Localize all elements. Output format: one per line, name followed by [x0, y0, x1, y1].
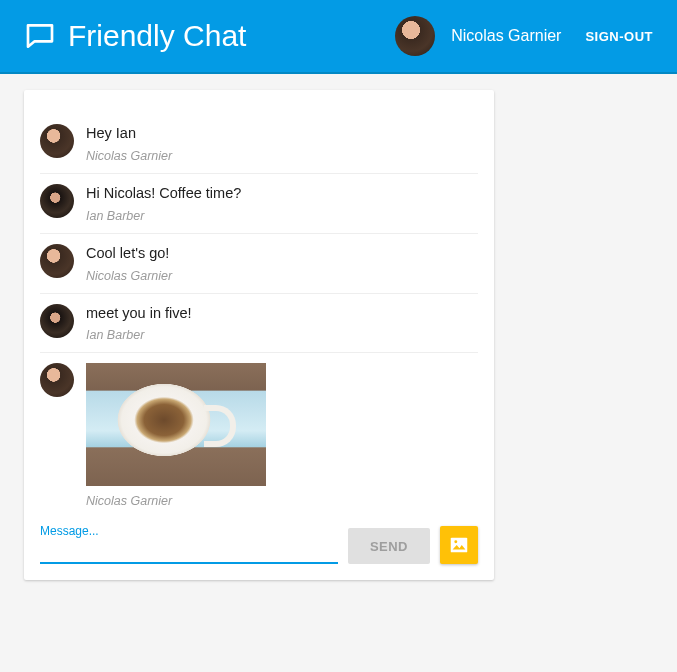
- message-text: Hi Nicolas! Coffee time?: [86, 184, 478, 203]
- attach-image-button[interactable]: [440, 526, 478, 564]
- input-wrap: Message...: [40, 526, 338, 564]
- message-row: Nicolas Garnier: [40, 353, 478, 518]
- message-avatar: [40, 244, 74, 278]
- user-name: Nicolas Garnier: [451, 27, 561, 45]
- message-avatar: [40, 184, 74, 218]
- message-avatar: [40, 363, 74, 397]
- message-row: Hi Nicolas! Coffee time?Ian Barber: [40, 174, 478, 234]
- header-left: Friendly Chat: [24, 19, 395, 53]
- message-row: Hey IanNicolas Garnier: [40, 114, 478, 174]
- message-text: Hey Ian: [86, 124, 478, 143]
- chat-icon: [24, 20, 56, 52]
- send-button[interactable]: SEND: [348, 528, 430, 564]
- message-composer: Message... SEND: [40, 526, 478, 564]
- image-icon: [448, 534, 470, 556]
- message-avatar: [40, 124, 74, 158]
- message-author: Ian Barber: [86, 209, 478, 223]
- message-body: Cool let's go!Nicolas Garnier: [86, 244, 478, 283]
- message-avatar: [40, 304, 74, 338]
- message-author: Nicolas Garnier: [86, 149, 478, 163]
- message-image[interactable]: [86, 363, 266, 486]
- svg-rect-0: [451, 538, 468, 553]
- message-author: Nicolas Garnier: [86, 269, 478, 283]
- message-row: Cool let's go!Nicolas Garnier: [40, 234, 478, 294]
- message-input[interactable]: [40, 526, 338, 564]
- message-body: Hi Nicolas! Coffee time?Ian Barber: [86, 184, 478, 223]
- user-avatar[interactable]: [395, 16, 435, 56]
- header-right: Nicolas Garnier SIGN-OUT: [395, 16, 653, 56]
- message-body: Nicolas Garnier: [86, 363, 478, 508]
- svg-point-1: [454, 541, 457, 544]
- chat-card: Hey IanNicolas GarnierHi Nicolas! Coffee…: [24, 90, 494, 580]
- message-text: Cool let's go!: [86, 244, 478, 263]
- message-author: Nicolas Garnier: [86, 494, 478, 508]
- message-row: meet you in five!Ian Barber: [40, 294, 478, 354]
- app-header: Friendly Chat Nicolas Garnier SIGN-OUT: [0, 0, 677, 74]
- message-author: Ian Barber: [86, 328, 478, 342]
- main-area: Hey IanNicolas GarnierHi Nicolas! Coffee…: [0, 74, 677, 596]
- message-body: meet you in five!Ian Barber: [86, 304, 478, 343]
- signout-button[interactable]: SIGN-OUT: [585, 29, 653, 44]
- message-text: meet you in five!: [86, 304, 478, 323]
- message-body: Hey IanNicolas Garnier: [86, 124, 478, 163]
- message-list: Hey IanNicolas GarnierHi Nicolas! Coffee…: [40, 114, 478, 518]
- app-title: Friendly Chat: [68, 19, 246, 53]
